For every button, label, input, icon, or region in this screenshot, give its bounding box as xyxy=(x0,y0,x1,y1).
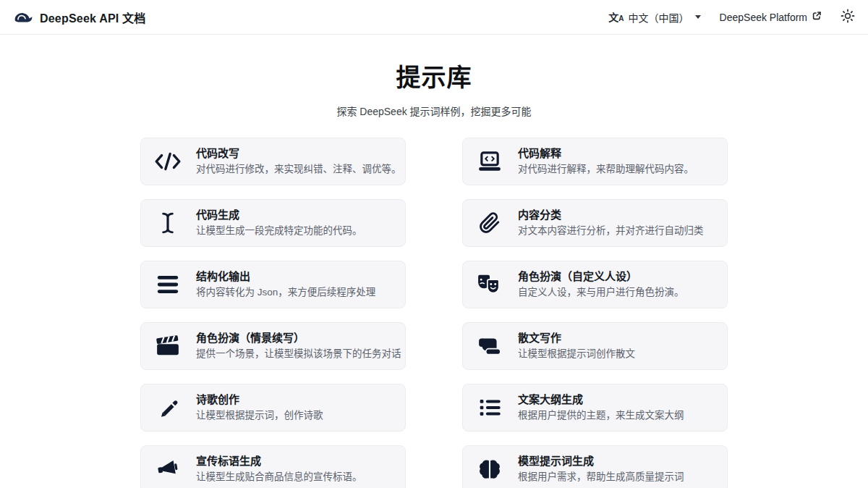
language-label: 中文（中国） xyxy=(629,10,689,25)
card-code-explain[interactable]: 代码解释 对代码进行解释，来帮助理解代码内容。 xyxy=(462,138,728,185)
card-structured-output[interactable]: 结构化输出 将内容转化为 Json，来方便后续程序处理 xyxy=(140,261,406,308)
card-title: 诗歌创作 xyxy=(196,393,323,406)
megaphone-icon xyxy=(151,458,184,480)
card-title: 代码改写 xyxy=(196,147,395,160)
platform-link-label: DeepSeek Platform xyxy=(720,12,807,23)
language-switcher[interactable]: 文A 中文（中国） xyxy=(608,10,700,25)
card-title: 代码生成 xyxy=(196,209,362,222)
card-prompt-generate[interactable]: 模型提示词生成 根据用户需求，帮助生成高质量提示词 xyxy=(462,445,728,488)
card-code-generate[interactable]: 代码生成 让模型生成一段完成特定功能的代码。 xyxy=(140,199,406,247)
card-desc: 让模型根据提示词创作散文 xyxy=(518,348,635,361)
list-icon xyxy=(473,397,506,418)
i-cursor-icon xyxy=(151,211,184,235)
card-desc: 让模型生成一段完成特定功能的代码。 xyxy=(196,225,362,237)
card-desc: 对代码进行修改，来实现纠错、注释、调优等。 xyxy=(196,164,395,176)
card-title: 角色扮演（自定义人设） xyxy=(518,270,684,283)
card-roleplay-persona[interactable]: 角色扮演（自定义人设） 自定义人设，来与用户进行角色扮演。 xyxy=(462,261,728,308)
card-roleplay-scenario[interactable]: 角色扮演（情景续写） 提供一个场景，让模型模拟该场景下的任务对话 xyxy=(140,322,406,370)
brand[interactable]: DeepSeek API 文档 xyxy=(13,9,145,26)
prompt-card-grid: 代码改写 对代码进行修改，来实现纠错、注释、调优等。 代码解释 对代码进行解释，… xyxy=(140,138,728,488)
deepseek-whale-icon xyxy=(13,10,33,25)
sun-icon xyxy=(841,9,855,26)
card-title: 宣传标语生成 xyxy=(196,455,362,468)
card-title: 结构化输出 xyxy=(196,270,375,283)
external-link-icon xyxy=(812,11,822,23)
card-title: 散文写作 xyxy=(518,332,635,345)
page-subtitle: 探索 DeepSeek 提示词样例，挖掘更多可能 xyxy=(0,104,868,118)
bars-icon xyxy=(151,274,184,295)
card-desc: 根据用户提供的主题，来生成文案大纲 xyxy=(518,410,684,422)
card-content-classify[interactable]: 内容分类 对文本内容进行分析，并对齐进行自动归类 xyxy=(462,199,728,247)
card-prose-writing[interactable]: 散文写作 让模型根据提示词创作散文 xyxy=(462,322,728,370)
card-title: 文案大纲生成 xyxy=(518,393,684,406)
card-title: 模型提示词生成 xyxy=(518,455,684,468)
page-title: 提示库 xyxy=(0,58,868,93)
theater-masks-icon xyxy=(473,273,506,296)
card-poetry-writing[interactable]: 诗歌创作 让模型根据提示词，创作诗歌 xyxy=(140,384,406,432)
brain-icon xyxy=(473,458,506,480)
card-outline-generate[interactable]: 文案大纲生成 根据用户提供的主题，来生成文案大纲 xyxy=(462,384,728,432)
chevron-down-icon xyxy=(695,15,701,19)
platform-link[interactable]: DeepSeek Platform xyxy=(720,11,822,23)
scroll-icon xyxy=(473,335,506,357)
top-navbar: DeepSeek API 文档 文A 中文（中国） DeepSeek Platf… xyxy=(0,0,868,35)
card-desc: 根据用户需求，帮助生成高质量提示词 xyxy=(518,471,684,484)
code-icon xyxy=(151,151,184,172)
brand-title: DeepSeek API 文档 xyxy=(40,9,145,26)
card-desc: 让模型根据提示词，创作诗歌 xyxy=(196,410,323,422)
card-slogan-generate[interactable]: 宣传标语生成 让模型生成贴合商品信息的宣传标语。 xyxy=(140,445,406,488)
theme-toggle[interactable] xyxy=(841,9,855,26)
hero: 提示库 探索 DeepSeek 提示词样例，挖掘更多可能 xyxy=(0,35,868,118)
card-desc: 提供一个场景，让模型模拟该场景下的任务对话 xyxy=(196,348,395,361)
card-desc: 将内容转化为 Json，来方便后续程序处理 xyxy=(196,287,375,299)
clapperboard-icon xyxy=(151,335,184,357)
translate-icon: 文A xyxy=(608,12,624,22)
paperclip-icon xyxy=(473,212,506,234)
card-desc: 对文本内容进行分析，并对齐进行自动归类 xyxy=(518,225,704,237)
card-title: 内容分类 xyxy=(518,209,704,222)
card-desc: 对代码进行解释，来帮助理解代码内容。 xyxy=(518,164,694,176)
card-code-rewrite[interactable]: 代码改写 对代码进行修改，来实现纠错、注释、调优等。 xyxy=(140,138,406,185)
card-title: 角色扮演（情景续写） xyxy=(196,332,395,345)
card-title: 代码解释 xyxy=(518,147,694,160)
pencil-icon xyxy=(151,396,184,419)
card-desc: 自定义人设，来与用户进行角色扮演。 xyxy=(518,287,684,299)
laptop-code-icon xyxy=(473,151,506,172)
card-desc: 让模型生成贴合商品信息的宣传标语。 xyxy=(196,471,362,484)
